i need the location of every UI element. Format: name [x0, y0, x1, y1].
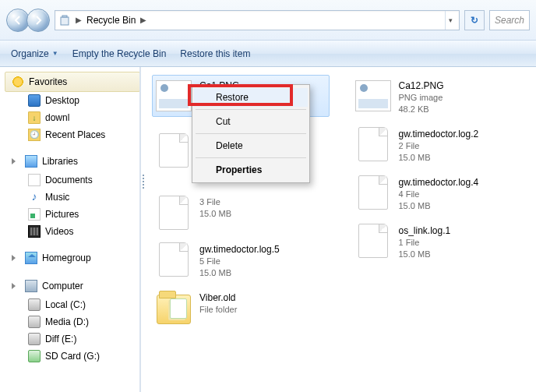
sidebar-item-drive-g[interactable]: SD Card (G:)	[25, 348, 140, 365]
computer-label: Computer	[42, 281, 83, 291]
sidebar-item-label: Desktop	[45, 95, 79, 106]
favorites-label: Favorites	[29, 76, 67, 87]
file-item[interactable]: Viber.old File folder	[152, 287, 330, 329]
file-size: 48.2 KB	[399, 104, 444, 115]
disk-icon	[28, 298, 41, 311]
context-menu-delete[interactable]: Delete	[194, 136, 308, 155]
homegroup-icon	[25, 252, 37, 264]
recycle-bin-icon	[58, 14, 71, 26]
restore-item-button[interactable]: Restore this item	[180, 48, 250, 59]
menu-separator	[196, 157, 306, 158]
homegroup-label: Homegroup	[42, 253, 91, 263]
file-item[interactable]: gw.timedoctor.log.2 2 File 15.0 MB	[351, 123, 529, 167]
context-menu-properties[interactable]: Properties	[194, 161, 308, 179]
titlebar: ▶ Recycle Bin ▶ ▾ ↻ Search	[0, 0, 536, 41]
sidebar-item-documents[interactable]: Documents	[25, 171, 140, 189]
sd-card-icon	[28, 350, 41, 362]
sidebar-item-recent[interactable]: Recent Places	[25, 126, 140, 143]
disk-icon	[28, 333, 41, 345]
file-item[interactable]: os_link.log.1 1 File 15.0 MB	[351, 220, 529, 263]
download-icon	[28, 111, 41, 124]
refresh-button[interactable]: ↻	[464, 10, 485, 30]
sidebar-item-pictures[interactable]: Pictures	[25, 206, 140, 223]
file-name: gw.timedoctor.log.4	[399, 176, 479, 189]
organize-label: Organize	[11, 48, 49, 59]
address-bar[interactable]: ▶ Recycle Bin ▶ ▾	[55, 10, 460, 30]
thumbnail-icon	[156, 78, 192, 114]
libraries-icon	[25, 155, 37, 168]
file-size: 15.0 MB	[399, 249, 451, 260]
sidebar-item-drive-d[interactable]: Media (D:)	[25, 313, 140, 330]
file-size: 15.0 MB	[199, 267, 280, 279]
organize-menu[interactable]: Organize ▼	[11, 48, 58, 59]
menu-item-label: Properties	[216, 164, 262, 175]
videos-icon	[28, 225, 41, 238]
breadcrumb-location[interactable]: Recycle Bin	[86, 15, 136, 26]
forward-button[interactable]	[26, 9, 50, 32]
file-item[interactable]: Ca12.PNG PNG image 48.2 KB	[351, 75, 529, 118]
disk-icon	[28, 316, 41, 328]
file-type: 3 File	[199, 196, 231, 208]
sidebar-item-label: Music	[45, 192, 69, 203]
file-item[interactable]: gw.timedoctor.log.4 4 File 15.0 MB	[351, 171, 529, 215]
file-item[interactable]: gw.timedoctor.log.5 5 File 15.0 MB	[152, 238, 330, 282]
sidebar-item-downloads[interactable]: downl	[25, 109, 140, 126]
sidebar-item-label: Media (D:)	[45, 316, 89, 327]
file-column: Ca12.PNG PNG image 48.2 KB gw.timedoctor…	[351, 75, 529, 384]
document-icon	[28, 174, 41, 186]
restore-item-label: Restore this item	[180, 48, 250, 59]
file-icon	[156, 195, 192, 231]
menu-item-label: Delete	[216, 140, 243, 151]
thumbnail-icon	[355, 78, 391, 114]
sidebar-item-drive-c[interactable]: Local (C:)	[25, 296, 140, 313]
sidebar-item-music[interactable]: ♪Music	[25, 189, 140, 206]
file-type: 2 File	[399, 140, 479, 152]
file-icon	[355, 126, 391, 162]
sidebar-item-desktop[interactable]: Desktop	[25, 92, 140, 109]
empty-bin-label: Empty the Recycle Bin	[72, 48, 167, 59]
file-size: 15.0 MB	[199, 208, 231, 220]
sidebar-item-label: downl	[45, 112, 69, 123]
recent-icon	[28, 129, 41, 141]
context-menu-restore[interactable]: Restore	[194, 88, 308, 107]
sidebar-item-label: Recent Places	[45, 129, 105, 140]
breadcrumb-chevron-icon[interactable]: ▶	[74, 16, 83, 24]
sidebar-item-label: Pictures	[45, 209, 79, 220]
sidebar-group-libraries[interactable]: Libraries	[5, 151, 140, 171]
sidebar-group-computer[interactable]: Computer	[5, 276, 140, 296]
file-type: 1 File	[399, 237, 451, 249]
sidebar-item-label: Documents	[45, 175, 93, 185]
file-icon	[156, 242, 192, 277]
breadcrumb-chevron-icon[interactable]: ▶	[139, 16, 148, 24]
file-name: gw.timedoctor.log.2	[399, 128, 479, 140]
file-type: File folder	[199, 304, 237, 316]
file-icon	[355, 223, 391, 259]
search-placeholder: Search	[495, 15, 524, 26]
file-size: 15.0 MB	[399, 152, 479, 164]
star-icon	[12, 76, 24, 88]
sidebar-item-drive-e[interactable]: Diff (E:)	[25, 330, 140, 348]
navigation-pane: Favorites Desktop downl Recent Places Li…	[0, 67, 141, 392]
menu-separator	[196, 133, 306, 134]
sidebar-item-videos[interactable]: Videos	[25, 223, 140, 240]
sidebar-group-favorites[interactable]: Favorites	[5, 72, 140, 92]
search-input[interactable]: Search	[489, 10, 530, 30]
svg-rect-0	[61, 17, 69, 25]
context-menu-cut[interactable]: Cut	[194, 112, 308, 131]
file-type: PNG image	[399, 92, 444, 104]
music-icon: ♪	[28, 191, 41, 203]
address-dropdown[interactable]: ▾	[445, 11, 456, 30]
menu-item-label: Cut	[216, 116, 231, 127]
menu-separator	[196, 109, 306, 110]
sidebar-group-homegroup[interactable]: Homegroup	[5, 248, 140, 268]
libraries-label: Libraries	[42, 156, 78, 167]
sidebar-item-label: SD Card (G:)	[45, 351, 100, 362]
file-item[interactable]: 3 File 15.0 MB	[152, 192, 330, 234]
empty-bin-button[interactable]: Empty the Recycle Bin	[72, 48, 167, 59]
computer-icon	[25, 280, 37, 292]
expand-icon	[12, 158, 19, 164]
expand-icon	[12, 283, 19, 289]
sidebar-item-label: Local (C:)	[45, 299, 86, 310]
file-type: 4 File	[399, 189, 479, 200]
sidebar-item-label: Diff (E:)	[45, 334, 76, 344]
